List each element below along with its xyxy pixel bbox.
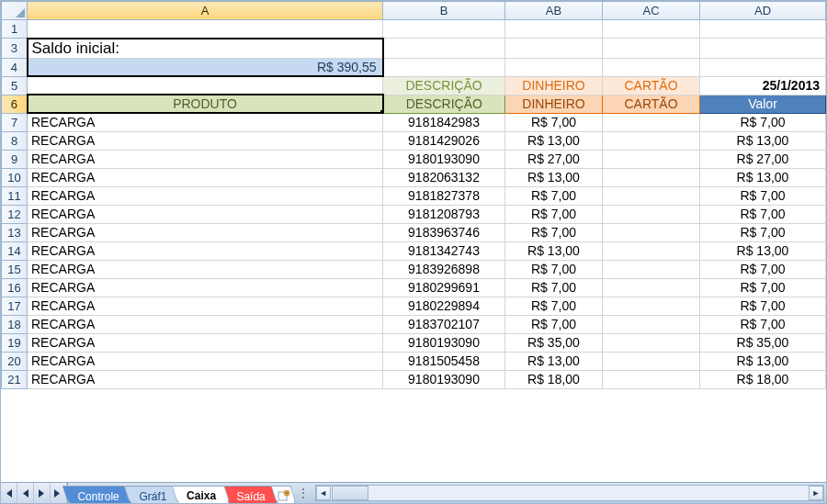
cell-B8[interactable]: 9181429026 [383, 131, 505, 150]
cell-A16[interactable]: RECARGA [28, 278, 383, 297]
cell-A17[interactable]: RECARGA [28, 297, 383, 315]
col-header-AD[interactable]: AD [700, 2, 826, 20]
row-header-4[interactable]: 4 [2, 58, 28, 76]
cell-A18[interactable]: RECARGA [28, 315, 383, 333]
row-header-5[interactable]: 5 [2, 76, 28, 95]
row-header-14[interactable]: 14 [2, 241, 28, 260]
row-header-18[interactable]: 18 [2, 315, 28, 333]
cell-AB3[interactable] [505, 39, 603, 59]
cell-AD6[interactable]: Valor [700, 95, 826, 113]
cell-B16[interactable]: 9180299691 [383, 278, 505, 297]
row-header-8[interactable]: 8 [2, 131, 28, 150]
tab-nav-next-icon[interactable] [34, 483, 51, 503]
cell-B6[interactable]: DESCRIÇÃO [383, 95, 505, 113]
cell-B3[interactable] [383, 39, 505, 59]
cell-A11[interactable]: RECARGA [28, 186, 383, 205]
cell-AB11[interactable]: R$ 7,00 [505, 186, 603, 205]
cell-AB10[interactable]: R$ 13,00 [505, 168, 603, 186]
cell-B18[interactable]: 9183702107 [383, 315, 505, 333]
cell-AB17[interactable]: R$ 7,00 [505, 297, 603, 315]
cell-AC13[interactable] [603, 223, 700, 241]
col-header-AC[interactable]: AC [603, 2, 700, 20]
cell-AD18[interactable]: R$ 7,00 [700, 315, 826, 333]
cell-B19[interactable]: 9180193090 [383, 333, 505, 352]
cell-AD8[interactable]: R$ 13,00 [700, 131, 826, 150]
cell-AC4[interactable] [603, 58, 700, 76]
cell-A14[interactable]: RECARGA [28, 241, 383, 260]
row-header-9[interactable]: 9 [2, 150, 28, 168]
scroll-thumb[interactable] [332, 486, 368, 500]
tab-split-handle[interactable]: ⋮ [299, 483, 308, 503]
cell-AC9[interactable] [603, 150, 700, 168]
cell-AB5[interactable]: DINHEIRO [505, 76, 603, 95]
cell-B14[interactable]: 9181342743 [383, 241, 505, 260]
cell-AD15[interactable]: R$ 7,00 [700, 260, 826, 278]
cell-A10[interactable]: RECARGA [28, 168, 383, 186]
cell-AB9[interactable]: R$ 27,00 [505, 150, 603, 168]
cell-AD11[interactable]: R$ 7,00 [700, 186, 826, 205]
col-header-AB[interactable]: AB [505, 2, 603, 20]
cell-B11[interactable]: 9181827378 [383, 186, 505, 205]
cell-AD3[interactable] [700, 39, 826, 59]
tab-nav-prev-icon[interactable] [17, 483, 34, 503]
row-header-15[interactable]: 15 [2, 260, 28, 278]
cell-AC7[interactable] [603, 113, 700, 131]
row-header-17[interactable]: 17 [2, 297, 28, 315]
cell-A15[interactable]: RECARGA [28, 260, 383, 278]
row-header-16[interactable]: 16 [2, 278, 28, 297]
cell-AB4[interactable] [505, 58, 603, 76]
cell-A21[interactable]: RECARGA [28, 370, 383, 388]
cell-B12[interactable]: 9181208793 [383, 205, 505, 223]
row-header-19[interactable]: 19 [2, 333, 28, 352]
cell-AB13[interactable]: R$ 7,00 [505, 223, 603, 241]
scroll-right-button[interactable]: ► [809, 486, 823, 500]
cell-AC15[interactable] [603, 260, 700, 278]
cell-AD13[interactable]: R$ 7,00 [700, 223, 826, 241]
horizontal-scrollbar[interactable]: ◄ ► [315, 485, 824, 501]
row-header-13[interactable]: 13 [2, 223, 28, 241]
cell-AB7[interactable]: R$ 7,00 [505, 113, 603, 131]
cell-AD12[interactable]: R$ 7,00 [700, 205, 826, 223]
row-header-3[interactable]: 3 [2, 39, 28, 59]
cell-B20[interactable]: 9181505458 [383, 352, 505, 370]
sheet-tab-controle[interactable]: Controle [62, 486, 134, 504]
cell-A7[interactable]: RECARGA [28, 113, 383, 131]
cell-AC5[interactable]: CARTÃO [603, 76, 700, 95]
cell-AC18[interactable] [603, 315, 700, 333]
cell-B13[interactable]: 9183963746 [383, 223, 505, 241]
cell-AB6[interactable]: DINHEIRO [505, 95, 603, 113]
cell-AD9[interactable]: R$ 27,00 [700, 150, 826, 168]
row-header-12[interactable]: 12 [2, 205, 28, 223]
cell-B10[interactable]: 9182063132 [383, 168, 505, 186]
cell-B9[interactable]: 9180193090 [383, 150, 505, 168]
cell-B7[interactable]: 9181842983 [383, 113, 505, 131]
cell-AD4[interactable] [700, 58, 826, 76]
row-header-11[interactable]: 11 [2, 186, 28, 205]
col-header-B[interactable]: B [383, 2, 505, 20]
cell-A1[interactable] [28, 20, 383, 39]
cell-AC8[interactable] [603, 131, 700, 150]
cell-AD10[interactable]: R$ 13,00 [700, 168, 826, 186]
row-header-10[interactable]: 10 [2, 168, 28, 186]
cell-B1[interactable] [383, 20, 505, 39]
sheet-tab-caixa[interactable]: Caixa [172, 486, 232, 504]
cell-AD7[interactable]: R$ 7,00 [700, 113, 826, 131]
scroll-left-button[interactable]: ◄ [316, 486, 331, 500]
cell-AC10[interactable] [603, 168, 700, 186]
cell-AB12[interactable]: R$ 7,00 [505, 205, 603, 223]
cell-AD17[interactable]: R$ 7,00 [700, 297, 826, 315]
cell-B4[interactable] [383, 58, 505, 76]
cell-AB21[interactable]: R$ 18,00 [505, 370, 603, 388]
row-header-21[interactable]: 21 [2, 370, 28, 388]
cell-B5[interactable]: DESCRIÇÃO [383, 76, 505, 95]
cell-B21[interactable]: 9180193090 [383, 370, 505, 388]
cell-AC16[interactable] [603, 278, 700, 297]
cell-AC21[interactable] [603, 370, 700, 388]
cell-AB16[interactable]: R$ 7,00 [505, 278, 603, 297]
cell-B15[interactable]: 9183926898 [383, 260, 505, 278]
cell-AD19[interactable]: R$ 35,00 [700, 333, 826, 352]
tab-nav-first-icon[interactable] [1, 483, 17, 503]
cell-AB14[interactable]: R$ 13,00 [505, 241, 603, 260]
cell-A20[interactable]: RECARGA [28, 352, 383, 370]
cell-AD16[interactable]: R$ 7,00 [700, 278, 826, 297]
